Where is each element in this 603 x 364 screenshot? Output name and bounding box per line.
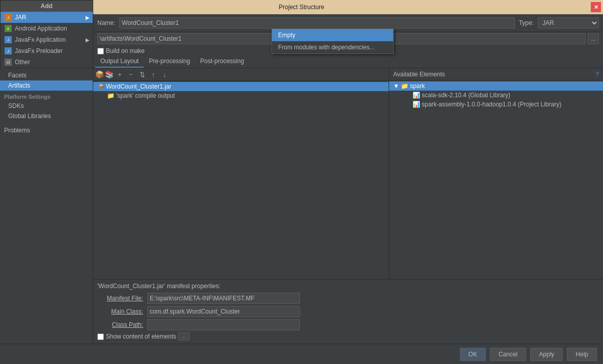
name-label: Name: — [97, 19, 115, 26]
sidebar-item-facets[interactable]: Facets — [0, 70, 93, 80]
android-icon: A — [5, 25, 12, 32]
elements-tree: ▼ 📁 spark 📊 scala-sdk-2.10.4 (Global Lib… — [389, 80, 603, 279]
class-path-row: Class Path: — [97, 319, 599, 330]
main-class-label[interactable]: Main Class: — [97, 308, 143, 315]
elements-header: Available Elements ? — [389, 68, 603, 80]
show-content-checkbox[interactable] — [97, 333, 104, 340]
show-content-dots-button[interactable]: ... — [178, 332, 189, 341]
type-select[interactable]: JAR — [538, 17, 599, 29]
tree-up-button[interactable]: ↑ — [148, 69, 158, 79]
sidebar-item-artifacts[interactable]: Artifacts — [0, 80, 93, 91]
tree-toolbar: 📦 📚 + − ⇅ ↑ ↓ — [93, 68, 389, 81]
sidebar-item-global-libraries[interactable]: Global Libraries — [0, 111, 93, 121]
dropdown-other-item[interactable]: O Other — [1, 57, 93, 68]
type-label: Type: — [519, 19, 534, 26]
tree-down-button[interactable]: ↓ — [159, 69, 170, 79]
sidebar-item-sdks[interactable]: SDKs — [0, 101, 93, 111]
manifest-section: 'WordCount_Cluster1.jar' manifest proper… — [93, 279, 603, 344]
apply-button[interactable]: Apply — [530, 348, 563, 361]
tab-post-processing[interactable]: Post-processing — [195, 55, 249, 68]
platform-settings-header: Platform Settings — [0, 91, 93, 101]
show-content-row: Show content of elements ... — [97, 332, 599, 341]
bottom-bar: OK Cancel Apply Help — [0, 344, 603, 364]
dropdown-android-item[interactable]: A Android Application — [1, 23, 93, 34]
add-dropdown: Add J JAR ▶ A Android Application J Java… — [0, 0, 93, 68]
arrow-expand-icon: ▼ — [393, 82, 399, 90]
main-class-row: Main Class: — [97, 306, 599, 317]
jar-icon: J — [5, 14, 12, 21]
arrow-icon: ▶ — [86, 37, 90, 43]
help-button[interactable]: Help — [567, 348, 597, 361]
class-path-input[interactable] — [147, 319, 300, 330]
sidebar-item-label: Problems — [4, 127, 30, 134]
lib-icon: 📊 — [413, 92, 420, 99]
preloader-icon: J — [5, 47, 12, 54]
name-input[interactable] — [119, 17, 514, 29]
available-elements-label: Available Elements — [393, 71, 595, 78]
sidebar-item-label: Artifacts — [8, 82, 30, 89]
manifest-file-row: Manifest File: — [97, 293, 599, 304]
elements-panel: Available Elements ? ▼ 📁 spark 📊 — [389, 68, 603, 279]
javafx-icon: J — [5, 36, 12, 43]
tree-sort-button[interactable]: ⇅ — [137, 69, 147, 79]
dropdown-header: Add — [1, 1, 93, 12]
tree-item-label: 'spark' compile output — [116, 92, 175, 99]
tree-item-label: WordCount_Cluster1.jar — [106, 83, 172, 90]
ok-button[interactable]: OK — [460, 348, 486, 361]
dropdown-preloader-item[interactable]: J JavaFx Preloader — [1, 45, 93, 57]
dropdown-jar-item[interactable]: J JAR ▶ — [1, 12, 93, 23]
tabs-row: Output Layout Pre-processing Post-proces… — [93, 55, 603, 68]
tree-row[interactable]: 📦 WordCount_Cluster1.jar — [93, 82, 389, 91]
cancel-button[interactable]: Cancel — [490, 348, 526, 361]
build-on-make-label: Build on make — [106, 47, 145, 54]
sidebar-item-label: SDKs — [8, 102, 24, 109]
tree-row[interactable]: 📁 'spark' compile output — [93, 91, 389, 100]
tree-add-button[interactable]: + — [115, 69, 125, 79]
elements-item-label: scala-sdk-2.10.4 (Global Library) — [422, 92, 510, 99]
tree-remove-button[interactable]: − — [126, 69, 136, 79]
content-area: Name: Type: JAR ... Build on make Ou — [93, 14, 603, 344]
elements-item-label: spark — [410, 82, 425, 90]
output-browse-button[interactable]: ... — [588, 33, 599, 44]
close-button[interactable]: ✕ — [591, 2, 601, 12]
lib-icon: 📊 — [413, 101, 420, 108]
main-class-input[interactable] — [147, 306, 300, 317]
manifest-file-input[interactable] — [147, 293, 300, 304]
package-icon: 📦 — [95, 70, 104, 78]
manifest-file-label[interactable]: Manifest File: — [97, 295, 143, 302]
sidebar: + − Project Settings Project Modules Lib… — [0, 14, 93, 344]
help-icon[interactable]: ? — [595, 70, 599, 78]
build-on-make-checkbox[interactable] — [97, 48, 104, 54]
jar-file-icon: 📦 — [97, 83, 104, 90]
jar-submenu-panel: Empty From modules with dependencies... — [271, 29, 394, 54]
dropdown-javafx-item[interactable]: J JavaFx Application ▶ — [1, 34, 93, 45]
submenu-from-modules-item[interactable]: From modules with dependencies... — [272, 41, 393, 53]
elements-item-label: spark-assembly-1.0.0-hadoop1.0.4 (Projec… — [422, 101, 561, 108]
sidebar-item-label: Global Libraries — [8, 113, 51, 120]
tree-content: 📦 WordCount_Cluster1.jar 📁 'spark' compi… — [93, 81, 389, 279]
sidebar-item-problems[interactable]: Problems — [0, 125, 93, 135]
tree-panel: 📦 📚 + − ⇅ ↑ ↓ 📦 WordCount_Cluster1.jar — [93, 68, 389, 279]
elements-row[interactable]: ▼ 📁 spark — [389, 81, 603, 91]
elements-row[interactable]: 📊 scala-sdk-2.10.4 (Global Library) — [389, 91, 603, 100]
tab-output-layout[interactable]: Output Layout — [95, 55, 144, 68]
window-title: Project Structure — [279, 4, 324, 11]
folder-icon: 📁 — [401, 82, 408, 90]
tab-pre-processing[interactable]: Pre-processing — [144, 55, 195, 68]
submenu-empty-item[interactable]: Empty — [272, 29, 393, 41]
other-icon: O — [5, 59, 12, 66]
folder-icon: 📁 — [107, 92, 115, 99]
sidebar-item-label: Facets — [8, 72, 26, 79]
library-icon: 📚 — [105, 70, 114, 78]
arrow-icon: ▶ — [86, 15, 90, 20]
class-path-label[interactable]: Class Path: — [97, 321, 143, 328]
elements-row[interactable]: 📊 spark-assembly-1.0.0-hadoop1.0.4 (Proj… — [389, 100, 603, 109]
show-content-label: Show content of elements — [106, 333, 176, 340]
split-content: 📦 📚 + − ⇅ ↑ ↓ 📦 WordCount_Cluster1.jar — [93, 68, 603, 279]
manifest-title: 'WordCount_Cluster1.jar' manifest proper… — [97, 283, 599, 290]
